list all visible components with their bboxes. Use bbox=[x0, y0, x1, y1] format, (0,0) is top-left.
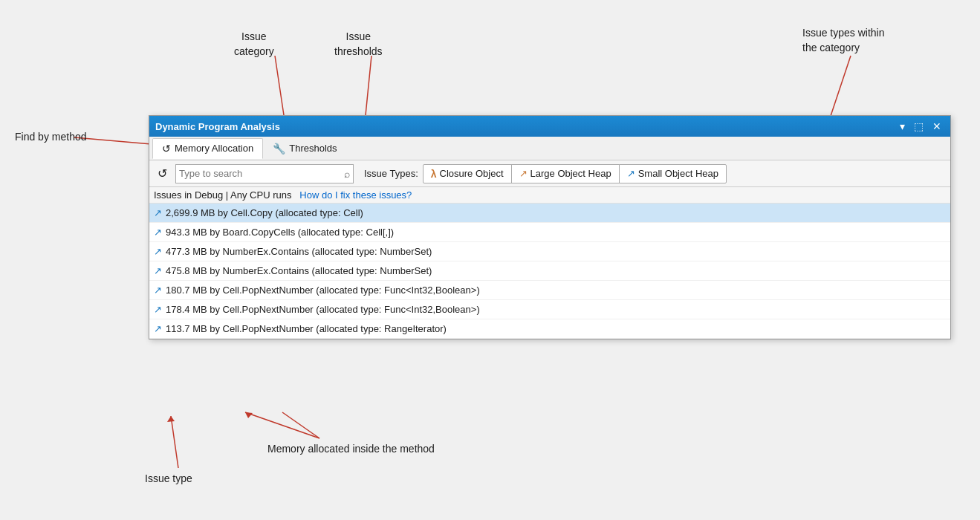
issue-type-icon: ↗ bbox=[154, 246, 162, 257]
issue-type-closure-object[interactable]: λ Closure Object bbox=[423, 164, 512, 183]
issue-text: 477.3 MB by NumberEx.Contains (allocated… bbox=[166, 246, 432, 257]
close-button[interactable]: ✕ bbox=[929, 121, 944, 131]
issue-text: 180.7 MB by Cell.PopNextNumber (allocate… bbox=[166, 285, 480, 296]
search-icon: ⌕ bbox=[344, 168, 350, 180]
fix-issues-link[interactable]: How do I fix these issues? bbox=[299, 189, 412, 201]
issue-type-icon: ↗ bbox=[154, 323, 162, 334]
annotation-issue-thresholds: Issuethresholds bbox=[334, 30, 383, 59]
issue-type-icon: ↗ bbox=[154, 265, 162, 276]
window-title: Dynamic Program Analysis bbox=[155, 121, 280, 132]
toolbar: ↺ ⌕ Issue Types: λ Closure Object ↗ Larg… bbox=[149, 160, 950, 187]
search-input[interactable] bbox=[179, 168, 344, 179]
large-heap-icon: ↗ bbox=[519, 168, 528, 179]
svg-line-0 bbox=[74, 137, 160, 145]
issue-text: 2,699.9 MB by Cell.Copy (allocated type:… bbox=[166, 207, 363, 218]
search-box: ⌕ bbox=[175, 164, 354, 183]
large-object-heap-label: Large Object Heap bbox=[530, 168, 611, 179]
issue-row[interactable]: ↗ 113.7 MB by Cell.PopNextNumber (alloca… bbox=[149, 319, 950, 339]
issue-text: 943.3 MB by Board.CopyCells (allocated t… bbox=[166, 227, 394, 238]
issue-type-icon: ↗ bbox=[154, 207, 162, 218]
svg-line-8 bbox=[245, 412, 319, 438]
issue-text: 178.4 MB by Cell.PopNextNumber (allocate… bbox=[166, 304, 480, 315]
tab-thresholds[interactable]: 🔧 Thresholds bbox=[263, 138, 346, 159]
svg-marker-12 bbox=[167, 416, 175, 422]
dock-button[interactable]: ⬚ bbox=[911, 121, 927, 131]
svg-marker-9 bbox=[245, 412, 253, 418]
pin-button[interactable]: ▾ bbox=[897, 121, 908, 131]
issue-text: 475.8 MB by NumberEx.Contains (allocated… bbox=[166, 265, 432, 276]
closure-object-label: Closure Object bbox=[440, 168, 504, 179]
issue-row[interactable]: ↗ 180.7 MB by Cell.PopNextNumber (alloca… bbox=[149, 281, 950, 300]
issue-types-label: Issue Types: bbox=[364, 168, 418, 179]
annotation-find-by-method: Find by method bbox=[15, 130, 87, 145]
issue-row[interactable]: ↗ 475.8 MB by NumberEx.Contains (allocat… bbox=[149, 261, 950, 281]
small-heap-icon: ↗ bbox=[627, 168, 635, 179]
issue-row[interactable]: ↗ 178.4 MB by Cell.PopNextNumber (alloca… bbox=[149, 300, 950, 319]
tab-memory-allocation-label: Memory Allocation bbox=[175, 143, 253, 154]
dpa-window: Dynamic Program Analysis ▾ ⬚ ✕ ↺ Memory … bbox=[149, 115, 951, 339]
svg-line-11 bbox=[171, 416, 178, 468]
tab-bar: ↺ Memory Allocation 🔧 Thresholds bbox=[149, 137, 950, 160]
issue-row[interactable]: ↗ 943.3 MB by Board.CopyCells (allocated… bbox=[149, 223, 950, 242]
memory-allocation-icon: ↺ bbox=[162, 143, 171, 155]
issue-text: 113.7 MB by Cell.PopNextNumber (allocate… bbox=[166, 323, 447, 334]
issues-list[interactable]: ↗ 2,699.9 MB by Cell.Copy (allocated typ… bbox=[149, 204, 950, 339]
refresh-button[interactable]: ↺ bbox=[154, 164, 171, 183]
annotation-issue-category: Issuecategory bbox=[234, 30, 274, 59]
annotation-issue-type: Issue type bbox=[145, 472, 192, 487]
tab-thresholds-label: Thresholds bbox=[289, 143, 337, 154]
issue-type-icon: ↗ bbox=[154, 227, 162, 238]
issue-type-large-object-heap[interactable]: ↗ Large Object Heap bbox=[511, 164, 620, 183]
issue-row[interactable]: ↗ 2,699.9 MB by Cell.Copy (allocated typ… bbox=[149, 204, 950, 223]
annotation-memory-allocated: Memory allocated inside the method bbox=[267, 442, 435, 457]
lambda-icon: λ bbox=[431, 168, 437, 180]
issue-type-small-object-heap[interactable]: ↗ Small Object Heap bbox=[619, 164, 727, 183]
annotation-issue-types: Issue types withinthe category bbox=[802, 26, 936, 55]
status-text: Issues in Debug | Any CPU runs bbox=[154, 189, 291, 201]
issue-row[interactable]: ↗ 477.3 MB by NumberEx.Contains (allocat… bbox=[149, 242, 950, 261]
tab-memory-allocation[interactable]: ↺ Memory Allocation bbox=[152, 138, 263, 159]
small-object-heap-label: Small Object Heap bbox=[638, 168, 718, 179]
issue-type-icon: ↗ bbox=[154, 285, 162, 296]
issue-type-buttons: λ Closure Object ↗ Large Object Heap ↗ S… bbox=[423, 164, 727, 183]
thresholds-icon: 🔧 bbox=[273, 143, 285, 155]
title-bar: Dynamic Program Analysis ▾ ⬚ ✕ bbox=[149, 116, 950, 137]
title-bar-controls: ▾ ⬚ ✕ bbox=[897, 121, 944, 131]
status-bar: Issues in Debug | Any CPU runs How do I … bbox=[149, 187, 950, 204]
issue-type-icon: ↗ bbox=[154, 304, 162, 315]
svg-line-10 bbox=[282, 412, 319, 438]
